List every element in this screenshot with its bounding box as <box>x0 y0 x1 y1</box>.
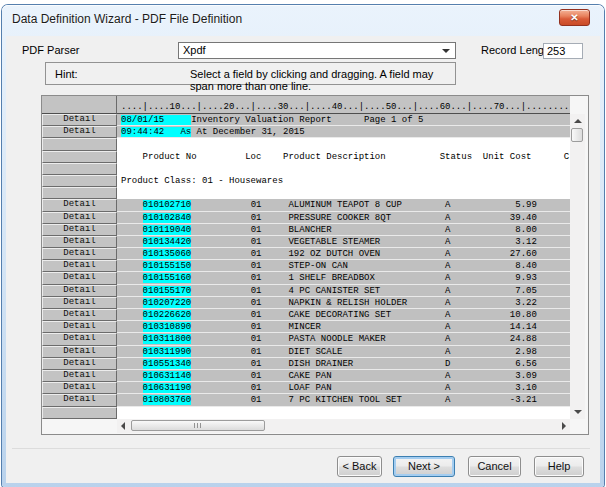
report-line[interactable] <box>117 407 570 419</box>
selected-field-highlight[interactable]: 010310890 <box>143 322 192 332</box>
row-label-cell: Detail <box>42 236 117 248</box>
row-label-cell <box>42 175 117 187</box>
scroll-left-icon[interactable] <box>121 422 125 430</box>
button-separator <box>12 448 590 449</box>
row-label-cell: Detail <box>42 212 117 224</box>
row-label-cell <box>42 187 117 199</box>
cancel-button[interactable]: Cancel <box>468 456 521 477</box>
row-label-cell: Detail <box>42 260 117 272</box>
report-line[interactable]: 010551340 01 DISH DRAINER D 6.56 <box>117 358 570 370</box>
report-line[interactable] <box>117 187 570 199</box>
back-button[interactable]: < Back <box>337 456 382 477</box>
report-line[interactable]: 010155160 01 1 SHELF BREADBOX A 9.93 <box>117 272 570 284</box>
report-line[interactable]: 010102710 01 ALUMINUM TEAPOT 8 CUP A 5.9… <box>117 199 570 211</box>
pdf-preview-grid: ....|....10...|....20...|....30...|....4… <box>41 95 589 435</box>
report-line[interactable]: Product Class: 01 - Housewares <box>117 175 570 187</box>
horizontal-scrollbar[interactable] <box>117 419 570 433</box>
grid-corner-cell <box>42 96 117 114</box>
report-line[interactable]: 010311990 01 DIET SCALE A 2.98 <box>117 346 570 358</box>
record-length-input[interactable] <box>543 43 583 59</box>
selected-field-highlight[interactable]: 09:44:42 As <box>121 127 191 137</box>
row-label-cell: Detail <box>42 126 117 138</box>
report-line[interactable] <box>117 138 570 150</box>
hint-box: Hint: Select a field by clicking and dra… <box>45 62 456 85</box>
next-button[interactable]: Next > <box>393 456 455 477</box>
row-label-cell <box>42 163 117 175</box>
row-label-cell: Detail <box>42 297 117 309</box>
pdf-parser-value: Xpdf <box>183 44 206 56</box>
selected-field-highlight[interactable]: 010155150 <box>143 261 192 271</box>
help-button[interactable]: Help <box>534 456 584 477</box>
close-icon: ✕ <box>560 10 589 25</box>
close-button[interactable]: ✕ <box>559 9 590 26</box>
row-label-cell: Detail <box>42 224 117 236</box>
row-label-cell: Detail <box>42 321 117 333</box>
row-label-cell: Detail <box>42 346 117 358</box>
row-label-cell: Detail <box>42 285 117 297</box>
pdf-parser-select[interactable]: Xpdf <box>178 42 456 59</box>
selected-field-highlight[interactable]: 010207220 <box>143 298 192 308</box>
row-label-cell: Detail <box>42 114 117 126</box>
report-line[interactable]: 010207220 01 NAPKIN & RELISH HOLDER A 3.… <box>117 297 570 309</box>
selected-field-highlight[interactable]: 010155160 <box>143 273 192 283</box>
row-label-cell: Detail <box>42 382 117 394</box>
row-label-cell: Detail <box>42 248 117 260</box>
row-label-cell: Detail <box>42 199 117 211</box>
selected-field-highlight[interactable]: 010226620 <box>143 310 192 320</box>
selected-field-highlight[interactable]: 010119040 <box>143 225 192 235</box>
selected-field-highlight[interactable]: 010155170 <box>143 286 192 296</box>
row-label-cell: Detail <box>42 333 117 345</box>
report-line[interactable]: 010631140 01 CAKE PAN A 3.09 <box>117 370 570 382</box>
window-title: Data Definition Wizard - PDF File Defini… <box>12 5 242 34</box>
pdf-parser-label: PDF Parser <box>22 44 79 56</box>
column-ruler: ....|....10...|....20...|....30...|....4… <box>117 96 570 114</box>
report-line[interactable]: Product No Loc Product Description Statu… <box>117 151 570 163</box>
horizontal-scroll-thumb[interactable] <box>131 420 265 431</box>
row-type-column: DetailDetailDetailDetailDetailDetailDeta… <box>42 114 117 419</box>
row-label-cell <box>42 151 117 163</box>
selected-field-highlight[interactable]: 010311990 <box>143 347 192 357</box>
report-line[interactable]: 010155170 01 4 PC CANISTER SET A 7.05 <box>117 285 570 297</box>
selected-field-highlight[interactable]: 010134420 <box>143 237 192 247</box>
dialog-window: Data Definition Wizard - PDF File Defini… <box>2 5 604 487</box>
report-line[interactable] <box>117 163 570 175</box>
selected-field-highlight[interactable]: 010102840 <box>143 213 192 223</box>
row-label-cell: Detail <box>42 309 117 321</box>
scroll-up-icon[interactable] <box>574 119 582 123</box>
report-line[interactable]: 010803760 01 7 PC KITCHEN TOOL SET A -3.… <box>117 394 570 406</box>
report-line[interactable]: 010310890 01 MINCER A 14.14 <box>117 321 570 333</box>
report-line[interactable]: 010311800 01 PASTA NOODLE MAKER A 24.88 <box>117 333 570 345</box>
selected-field-highlight[interactable]: 010311800 <box>143 334 192 344</box>
selected-field-highlight[interactable]: 010135060 <box>143 249 192 259</box>
selected-field-highlight[interactable]: 010631190 <box>143 383 192 393</box>
report-line[interactable]: 08/01/15 Inventory Valuation Report Page… <box>117 114 570 126</box>
row-label-cell <box>42 138 117 150</box>
report-line[interactable]: 010155150 01 STEP-ON CAN A 8.40 <box>117 260 570 272</box>
row-label-cell: Detail <box>42 370 117 382</box>
row-label-cell: Detail <box>42 358 117 370</box>
selected-field-highlight[interactable]: 010102710 <box>143 200 192 210</box>
report-line[interactable]: 010102840 01 PRESSURE COOKER 8QT A 39.40 <box>117 212 570 224</box>
report-line[interactable]: 010119040 01 BLANCHER A 8.00 <box>117 224 570 236</box>
chevron-down-icon <box>442 49 450 53</box>
report-line[interactable]: 010226620 01 CAKE DECORATING SET A 10.80 <box>117 309 570 321</box>
report-line[interactable]: 09:44:42 As At December 31, 2015 <box>117 126 570 138</box>
selected-field-highlight[interactable]: 08/01/15 <box>121 115 191 125</box>
report-line[interactable]: 010631190 01 LOAF PAN A 3.10 <box>117 382 570 394</box>
row-label-cell: Detail <box>42 394 117 406</box>
report-text-area[interactable]: 08/01/15 Inventory Valuation Report Page… <box>117 114 570 419</box>
scroll-right-icon[interactable] <box>562 422 566 430</box>
hint-label: Hint: <box>55 68 78 80</box>
selected-field-highlight[interactable]: 010803760 <box>143 395 192 405</box>
selected-field-highlight[interactable]: 010551340 <box>143 359 192 369</box>
report-line[interactable]: 010135060 01 192 OZ DUTCH OVEN A 27.60 <box>117 248 570 260</box>
row-label-cell: Detail <box>42 272 117 284</box>
scroll-down-icon[interactable] <box>574 410 582 414</box>
hint-text: Select a field by clicking and dragging.… <box>190 68 455 92</box>
title-bar[interactable]: Data Definition Wizard - PDF File Defini… <box>2 5 604 36</box>
selected-field-highlight[interactable]: 010631140 <box>143 371 192 381</box>
vertical-scroll-thumb[interactable] <box>571 128 583 142</box>
report-line[interactable]: 010134420 01 VEGETABLE STEAMER A 3.12 <box>117 236 570 248</box>
vertical-scrollbar[interactable] <box>570 114 585 419</box>
row-label-cell <box>42 407 117 419</box>
